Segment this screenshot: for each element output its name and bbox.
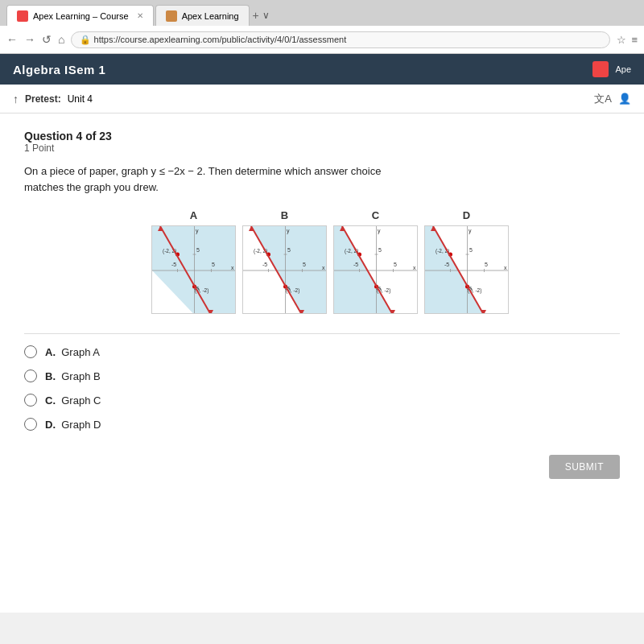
answer-option-c[interactable]: C. Graph C [24, 394, 620, 407]
svg-marker-0 [152, 226, 236, 314]
graph-a-label: A [190, 209, 197, 221]
app-title: Algebra ISem 1 [13, 63, 105, 76]
graph-a: -5 5 5 -5 y x (-2, 2) (0, -2) [151, 225, 236, 314]
tab-label-course: Apex Learning – Course [33, 11, 129, 21]
answer-letter-b: B. [45, 370, 56, 382]
svg-text:x: x [322, 265, 325, 270]
svg-text:-5: -5 [444, 262, 449, 267]
answer-option-d[interactable]: D. Graph D [24, 418, 620, 431]
graph-d-label: D [463, 209, 470, 221]
answer-option-a[interactable]: A. Graph A [24, 345, 620, 358]
points-label: 1 Point [24, 142, 620, 154]
answer-letter-d: D. [45, 419, 56, 431]
graph-c-label: C [372, 209, 379, 221]
answer-letter-c: C. [45, 394, 56, 407]
apex-tab-icon [17, 10, 28, 22]
svg-text:5: 5 [303, 262, 306, 267]
graph-b-label: B [281, 209, 288, 221]
app-header: Algebra ISem 1 Ape [0, 54, 644, 85]
svg-text:y: y [469, 228, 472, 234]
radio-a[interactable] [24, 345, 37, 358]
content-area: Question 4 of 23 1 Point On a piece of p… [0, 114, 644, 613]
tab-label-apex: Apex Learning [182, 11, 239, 21]
toolbar-right: 文A 👤 [594, 92, 631, 106]
browser-chrome: Apex Learning – Course ✕ Apex Learning +… [0, 0, 644, 54]
tab-dropdown[interactable]: ∨ [262, 10, 270, 21]
unit-label: Unit 4 [68, 93, 93, 105]
graph-c: -5 5 5 -5 y x (-2, 2) (0, -2) [333, 225, 418, 314]
svg-text:x: x [231, 265, 234, 270]
url-field[interactable]: 🔒 https://course.apexlearning.com/public… [71, 31, 610, 48]
graph-c-wrapper: C -5 5 5 -5 y x [333, 209, 418, 314]
graph-a-wrapper: A -5 5 5 -5 [151, 209, 236, 314]
svg-text:-5: -5 [262, 262, 267, 267]
tab-apex-course[interactable]: Apex Learning – Course ✕ [6, 5, 154, 26]
tab-bar: Apex Learning – Course ✕ Apex Learning +… [0, 0, 644, 26]
graph-b-wrapper: B -5 5 5 -5 y x [242, 209, 327, 314]
radio-c[interactable] [24, 394, 37, 407]
svg-text:-5: -5 [171, 262, 176, 267]
user-icon[interactable]: 👤 [618, 93, 631, 105]
new-tab-button[interactable]: + [253, 9, 259, 22]
svg-text:y: y [196, 228, 199, 234]
svg-text:x: x [504, 265, 507, 270]
translate-icon[interactable]: 文A [594, 92, 612, 106]
svg-text:x: x [413, 265, 416, 270]
home-button[interactable]: ⌂ [58, 33, 64, 46]
answer-label-c: Graph C [61, 394, 101, 407]
header-right-label: Ape [615, 64, 631, 74]
question-number: Question 4 of 23 [24, 130, 620, 142]
svg-text:-5: -5 [353, 262, 358, 267]
answer-label-a: Graph A [61, 346, 100, 358]
svg-text:5: 5 [212, 262, 215, 267]
forward-button[interactable]: → [24, 33, 35, 46]
settings-icon[interactable]: ≡ [631, 34, 638, 46]
svg-text:5: 5 [378, 247, 382, 253]
svg-text:5: 5 [469, 247, 473, 253]
svg-text:5: 5 [394, 262, 397, 267]
question-line2: matches the graph you drew. [24, 181, 159, 193]
radio-b[interactable] [24, 369, 37, 382]
graph-b: -5 5 5 -5 y x (-2, 2) (0, -2) [242, 225, 327, 314]
svg-text:y: y [287, 228, 290, 234]
address-bar: ← → ↺ ⌂ 🔒 https://course.apexlearning.co… [0, 26, 644, 53]
answer-option-b[interactable]: B. Graph B [24, 369, 620, 382]
submit-button[interactable]: SUBMIT [549, 455, 620, 479]
header-right: Ape [592, 61, 631, 77]
question-header: Question 4 of 23 1 Point [24, 130, 620, 154]
answer-text-c: C. Graph C [45, 394, 101, 407]
answer-label-d: Graph D [61, 419, 101, 431]
pretest-label: Pretest: [25, 93, 61, 105]
question-line1: On a piece of paper, graph y ≤ −2x − 2. … [24, 165, 381, 177]
graph-d-wrapper: D -5 5 5 -5 y x [424, 209, 509, 314]
answer-text-a: A. Graph A [45, 346, 100, 358]
graph-d: -5 5 5 -5 y x (-2, 2) (0, -2) [424, 225, 509, 314]
answer-letter-a: A. [45, 346, 56, 358]
answer-label-b: Graph B [61, 370, 100, 382]
back-button[interactable]: ← [6, 33, 18, 46]
bookmark-icon[interactable]: ☆ [617, 34, 626, 46]
answer-section: A. Graph A B. Graph B C. Graph C D. Grap… [24, 333, 620, 431]
url-text: https://course.apexlearning.com/public/a… [94, 35, 347, 44]
svg-text:y: y [378, 228, 381, 234]
svg-marker-20 [251, 226, 327, 314]
svg-text:5: 5 [287, 247, 291, 253]
address-icons: ☆ ≡ [617, 34, 638, 46]
upload-icon[interactable]: ↑ [13, 93, 19, 105]
svg-text:5: 5 [196, 247, 200, 253]
question-text: On a piece of paper, graph y ≤ −2x − 2. … [24, 163, 620, 195]
refresh-button[interactable]: ↺ [42, 33, 52, 46]
toolbar: ↑ Pretest: Unit 4 文A 👤 [0, 85, 644, 114]
apex-logo [592, 61, 609, 77]
submit-area: SUBMIT [24, 455, 620, 479]
answer-text-d: D. Graph D [45, 419, 101, 431]
apex-tab-icon2 [166, 10, 177, 22]
toolbar-left: ↑ Pretest: Unit 4 [13, 93, 93, 105]
tab-apex[interactable]: Apex Learning [155, 5, 250, 26]
graphs-container: A -5 5 5 -5 [40, 209, 620, 314]
svg-text:5: 5 [485, 262, 488, 267]
radio-d[interactable] [24, 418, 37, 431]
answer-text-b: B. Graph B [45, 370, 101, 382]
